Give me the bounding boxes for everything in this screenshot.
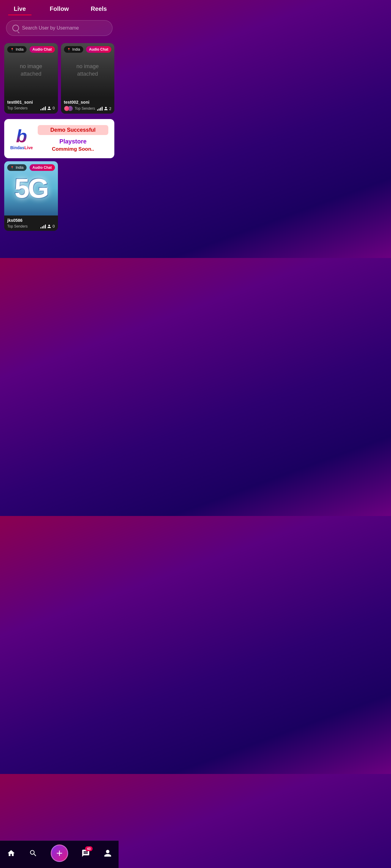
brand-letter: b (16, 127, 27, 145)
bar1 (40, 109, 41, 110)
banner-ad: b BindasLive Demo Successful Playstore C… (4, 119, 114, 158)
live-card-2[interactable]: no imageattached 📍 India Audio Chat test… (61, 43, 115, 114)
brand-name: BindasLive (10, 145, 33, 150)
coming-soon-text: Commimg Soon.. (38, 146, 108, 152)
username-1: test001_soni (7, 100, 55, 104)
search-container: Search User by Username (0, 16, 118, 41)
live-card-1[interactable]: no imageattached 📍 India Audio Chat test… (4, 43, 58, 114)
viewer-icon-1 (47, 106, 51, 110)
country-badge-1: 📍 India (7, 46, 27, 53)
audio-chat-badge-3: Audio Chat (30, 164, 55, 171)
tab-bar: Live Follow Reels (0, 0, 118, 16)
bar3 (44, 225, 44, 228)
audio-chat-badge-1: Audio Chat (30, 46, 55, 53)
card-footer-2: test002_soni Top Senders (61, 97, 115, 114)
search-placeholder: Search User by Username (22, 25, 79, 31)
card-stats-1: 0 (40, 106, 55, 110)
card-bottom-3: Top Senders 0 (7, 224, 55, 228)
top-senders-2: Top Senders (75, 106, 95, 111)
bar3 (44, 107, 44, 110)
search-icon (12, 25, 19, 31)
card-image-1: no imageattached 📍 India Audio Chat (4, 43, 58, 97)
location-icon-2: 📍 (67, 48, 71, 51)
location-icon-3: 📍 (10, 166, 14, 169)
avatar-1 (64, 106, 69, 111)
brand-logo: b BindasLive (10, 127, 33, 150)
card-bottom-2: Top Senders 2 (64, 106, 112, 111)
bar4 (45, 224, 46, 228)
country-badge-2: 📍 India (64, 46, 83, 53)
bar2 (99, 108, 100, 111)
viewer-count-2: 2 (109, 106, 111, 111)
card-bottom-1: Top Senders 0 (7, 106, 55, 110)
avatar-pair-2 (64, 106, 73, 111)
tab-reels[interactable]: Reels (79, 5, 118, 16)
live-card-3[interactable]: 5G 📍 India Audio Chat jks0586 Top Sender… (4, 161, 58, 231)
username-3: jks0586 (7, 218, 55, 223)
no-image-text-2: no imageattached (76, 63, 99, 78)
demo-success-text: Demo Successful (38, 125, 108, 135)
brand-highlight: Live (24, 145, 33, 150)
viewer-count-3: 0 (53, 224, 55, 228)
viewer-count-1: 0 (53, 106, 55, 110)
country-badge-3: 📍 India (7, 164, 27, 171)
card-stats-3: 0 (40, 224, 55, 228)
search-input[interactable]: Search User by Username (6, 20, 113, 36)
country-label-1: India (16, 47, 24, 52)
signal-bars-3 (40, 224, 46, 228)
card-image-text: 5G (15, 175, 48, 202)
live-cards-grid: no imageattached 📍 India Audio Chat test… (0, 41, 118, 116)
username-2: test002_soni (64, 100, 112, 104)
bar1 (40, 227, 41, 228)
bar4 (45, 106, 46, 110)
card-footer-1: test001_soni Top Senders 0 (4, 97, 58, 113)
top-senders-3: Top Senders (7, 224, 27, 228)
card-stats-2: 2 (97, 106, 111, 111)
playstore-text: Playstore (38, 138, 108, 145)
top-senders-1: Top Senders (7, 106, 27, 110)
bar2 (42, 226, 43, 228)
viewer-icon-2 (104, 106, 108, 111)
bar2 (42, 108, 43, 110)
card-image-3: 5G 📍 India Audio Chat (4, 161, 58, 216)
card-image-2: no imageattached 📍 India Audio Chat (61, 43, 115, 97)
single-card-row: 5G 📍 India Audio Chat jks0586 Top Sender… (0, 161, 118, 231)
bar1 (97, 110, 98, 111)
country-label-2: India (73, 47, 80, 52)
avatar-and-senders-2: Top Senders (64, 106, 95, 111)
no-image-text-1: no imageattached (20, 63, 42, 78)
bar3 (100, 107, 101, 111)
tab-live[interactable]: Live (0, 5, 39, 16)
location-icon-1: 📍 (10, 48, 14, 51)
viewer-icon-3 (47, 224, 51, 228)
signal-bars-2 (97, 106, 103, 111)
signal-bars-1 (40, 106, 46, 110)
audio-chat-badge-2: Audio Chat (86, 46, 111, 53)
card-footer-3: jks0586 Top Senders 0 (4, 216, 58, 231)
tab-follow[interactable]: Follow (39, 5, 79, 16)
country-label-3: India (16, 165, 24, 170)
bar4 (102, 107, 103, 111)
banner-content: Demo Successful Playstore Commimg Soon.. (38, 125, 108, 152)
